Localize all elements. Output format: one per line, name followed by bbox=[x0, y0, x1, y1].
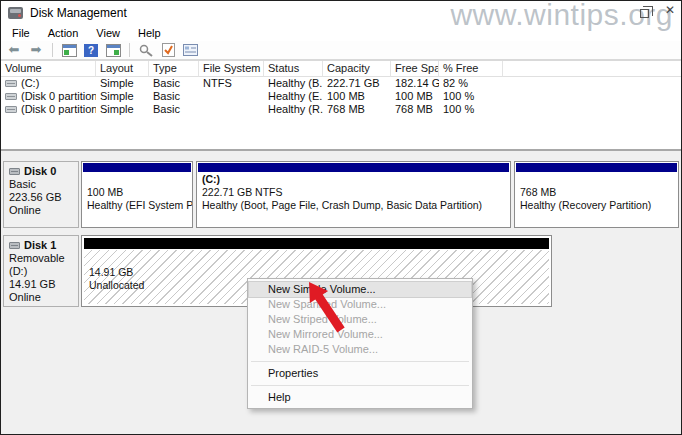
layout-value: Simple bbox=[96, 103, 149, 116]
disk-0-row: Disk 0 Basic 223.56 GB Online 100 MB Hea… bbox=[3, 161, 679, 228]
partition-size: 222.71 GB NTFS bbox=[202, 186, 505, 199]
partition-status: Healthy (Boot, Page File, Crash Dump, Ba… bbox=[202, 199, 505, 212]
partition-name bbox=[87, 173, 187, 186]
volume-name: (Disk 0 partition 4) bbox=[21, 103, 96, 116]
menu-item-new-raid5-volume: New RAID-5 Volume... bbox=[249, 342, 471, 357]
column-capacity[interactable]: Capacity bbox=[323, 61, 391, 77]
partition-type-strip bbox=[83, 163, 191, 172]
type-value: Basic bbox=[149, 103, 199, 116]
pct-free-value: 100 % bbox=[439, 90, 503, 103]
disk-name: Disk 1 bbox=[24, 239, 56, 252]
partition-status: Healthy (EFI System Partitio bbox=[87, 199, 187, 212]
unallocated-strip bbox=[84, 238, 549, 249]
partition-name bbox=[520, 173, 673, 186]
capacity-value: 768 MB bbox=[323, 103, 391, 116]
free-space-value: 768 MB bbox=[391, 103, 439, 116]
volume-icon bbox=[5, 93, 17, 100]
menu-file[interactable]: File bbox=[3, 27, 39, 39]
column-pct-free[interactable]: % Free bbox=[439, 61, 503, 77]
disk-size: 14.91 GB bbox=[9, 278, 76, 291]
svg-text:?: ? bbox=[88, 45, 94, 56]
partition-size: 768 MB bbox=[520, 186, 673, 199]
table-row[interactable]: (Disk 0 partition 1) Simple Basic Health… bbox=[1, 90, 681, 103]
fs-value: NTFS bbox=[199, 77, 264, 90]
menu-view[interactable]: View bbox=[87, 27, 129, 39]
partition-size: 100 MB bbox=[87, 186, 187, 199]
partition-type-strip bbox=[516, 163, 677, 172]
menu-item-new-spanned-volume: New Spanned Volume... bbox=[249, 297, 471, 312]
column-type[interactable]: Type bbox=[149, 61, 199, 77]
pct-free-value: 82 % bbox=[439, 77, 503, 90]
disk-icon bbox=[9, 242, 20, 249]
properties-list-icon[interactable] bbox=[181, 42, 199, 58]
menu-help[interactable]: Help bbox=[129, 27, 170, 39]
column-volume[interactable]: Volume bbox=[1, 61, 96, 77]
table-row[interactable]: (C:) Simple Basic NTFS Healthy (B... 222… bbox=[1, 77, 681, 90]
volume-icon bbox=[5, 80, 17, 87]
toolbar: ⬅ ➡ ? bbox=[1, 41, 681, 60]
free-space-value: 100 MB bbox=[391, 90, 439, 103]
close-button[interactable]: ✕ bbox=[665, 4, 675, 18]
restore-button[interactable] bbox=[640, 9, 649, 18]
menu-separator bbox=[251, 385, 469, 386]
disk-0-label-panel[interactable]: Disk 0 Basic 223.56 GB Online bbox=[3, 161, 79, 228]
capacity-value: 222.71 GB bbox=[323, 77, 391, 90]
disk-size: 223.56 GB bbox=[9, 191, 76, 204]
window-controls: ✕ bbox=[640, 3, 675, 18]
layout-value: Simple bbox=[96, 77, 149, 90]
menu-item-properties[interactable]: Properties bbox=[249, 366, 471, 381]
menu-separator bbox=[251, 361, 469, 362]
toolbar-separator bbox=[129, 43, 130, 57]
menu-item-help[interactable]: Help bbox=[249, 390, 471, 405]
type-value: Basic bbox=[149, 77, 199, 90]
console-tree-icon[interactable] bbox=[60, 42, 78, 58]
menu-action[interactable]: Action bbox=[39, 27, 88, 39]
action-pane-icon[interactable] bbox=[104, 42, 122, 58]
disk-type: Basic bbox=[9, 178, 76, 191]
layout-value: Simple bbox=[96, 90, 149, 103]
context-menu: New Simple Volume... New Spanned Volume.… bbox=[247, 278, 473, 409]
volume-list-header: Volume Layout Type File System Status Ca… bbox=[1, 61, 681, 77]
volume-icon bbox=[5, 106, 17, 113]
column-empty bbox=[503, 61, 681, 77]
window-title: Disk Management bbox=[30, 6, 127, 20]
pane-splitter[interactable] bbox=[1, 149, 681, 157]
disk-type: Removable (D:) bbox=[9, 252, 76, 278]
column-file-system[interactable]: File System bbox=[199, 61, 264, 77]
volume-name: (C:) bbox=[21, 77, 39, 90]
partition-recovery[interactable]: 768 MB Healthy (Recovery Partition) bbox=[514, 161, 679, 228]
partition-c[interactable]: (C:) 222.71 GB NTFS Healthy (Boot, Page … bbox=[196, 161, 511, 228]
pct-free-value: 100 % bbox=[439, 103, 503, 116]
disk-status: Online bbox=[9, 291, 76, 304]
disk-1-label-panel[interactable]: Disk 1 Removable (D:) 14.91 GB Online bbox=[3, 235, 79, 307]
forward-icon[interactable]: ➡ bbox=[27, 42, 45, 58]
status-value: Healthy (B... bbox=[264, 77, 323, 90]
check-document-icon[interactable] bbox=[159, 42, 177, 58]
help-icon[interactable]: ? bbox=[82, 42, 100, 58]
fs-value bbox=[199, 103, 264, 116]
status-value: Healthy (E... bbox=[264, 90, 323, 103]
volume-name: (Disk 0 partition 1) bbox=[21, 90, 96, 103]
toolbar-separator bbox=[52, 43, 53, 57]
status-value: Healthy (R... bbox=[264, 103, 323, 116]
title-bar: Disk Management bbox=[1, 1, 681, 25]
menu-item-new-simple-volume[interactable]: New Simple Volume... bbox=[249, 282, 471, 297]
table-row[interactable]: (Disk 0 partition 4) Simple Basic Health… bbox=[1, 103, 681, 116]
disk-management-app-icon bbox=[8, 7, 23, 19]
disk-management-window: Disk Management ✕ www.wintips.org File A… bbox=[0, 0, 682, 435]
disk-name: Disk 0 bbox=[24, 165, 56, 178]
back-icon[interactable]: ⬅ bbox=[5, 42, 23, 58]
partition-status: Healthy (Recovery Partition) bbox=[520, 199, 673, 212]
free-space-value: 182.14 GB bbox=[391, 77, 439, 90]
column-free-space[interactable]: Free Spa... bbox=[391, 61, 439, 77]
menu-item-new-mirrored-volume: New Mirrored Volume... bbox=[249, 327, 471, 342]
partition-efi[interactable]: 100 MB Healthy (EFI System Partitio bbox=[81, 161, 193, 228]
type-value: Basic bbox=[149, 90, 199, 103]
menu-bar: File Action View Help bbox=[1, 25, 681, 41]
zoom-icon[interactable] bbox=[137, 42, 155, 58]
fs-value bbox=[199, 90, 264, 103]
disk-icon bbox=[9, 168, 20, 175]
column-layout[interactable]: Layout bbox=[96, 61, 149, 77]
partition-type-strip bbox=[198, 163, 509, 172]
column-status[interactable]: Status bbox=[264, 61, 323, 77]
